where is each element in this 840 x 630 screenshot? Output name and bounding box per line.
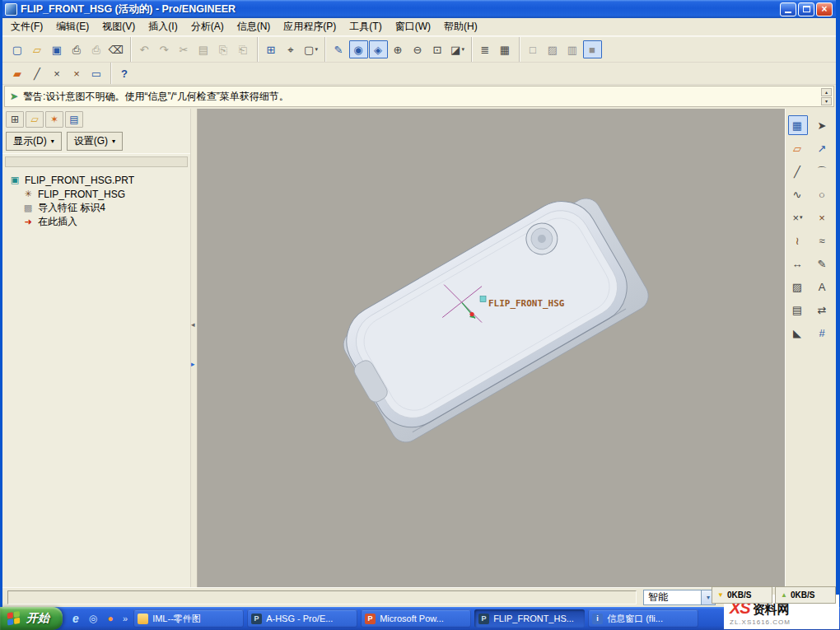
refit-icon[interactable]: ⊡ — [428, 40, 447, 58]
task-a-hsg[interactable]: P A-HSG - Pro/E... — [247, 609, 357, 628]
menu-help[interactable]: 帮助(H) — [437, 17, 484, 36]
quicklaunch-messenger-icon[interactable]: ◎ — [86, 612, 100, 625]
model-tree-tab-icon[interactable]: ⊞ — [6, 111, 24, 128]
quick-launch-overflow-icon[interactable]: » — [120, 614, 130, 623]
orient-sketch-icon[interactable]: ↗ — [813, 138, 833, 158]
menu-window[interactable]: 窗口(W) — [389, 17, 437, 36]
folder-browser-tab-icon[interactable]: ▱ — [26, 111, 44, 128]
task-info-window[interactable]: i 信息窗口 (fli... — [588, 609, 698, 628]
new-file-icon[interactable]: ▢ — [8, 40, 27, 58]
sketch-plane-icon[interactable]: ▰ — [8, 64, 27, 82]
mirror-tool-icon[interactable]: ⇄ — [813, 300, 833, 320]
cut-icon[interactable]: ✂ — [175, 40, 194, 58]
copy-icon[interactable]: ▤ — [194, 40, 213, 58]
regenerate-icon[interactable]: ⊞ — [262, 40, 281, 58]
save-icon[interactable]: ▣ — [48, 40, 67, 58]
view-manager-icon[interactable]: ▦ — [496, 40, 515, 58]
find-icon[interactable]: ⌖ — [282, 40, 301, 58]
hidden-line-display-icon[interactable]: ▨ — [544, 40, 562, 58]
net-monitor-download: ▼ 0KB/S — [712, 586, 772, 604]
quicklaunch-ie-icon[interactable]: e — [69, 612, 82, 625]
menu-analysis[interactable]: 分析(A) — [184, 17, 231, 36]
spline-tool-icon[interactable]: ∿ — [788, 184, 808, 204]
menu-info[interactable]: 信息(N) — [231, 17, 278, 36]
menu-insert[interactable]: 插入(I) — [142, 17, 184, 36]
icon-glyph: × — [73, 68, 80, 79]
zoom-out-icon[interactable]: ⊖ — [408, 40, 427, 58]
expand-panel-icon[interactable]: ▸ — [191, 361, 195, 368]
connections-tab-icon[interactable]: ▤ — [65, 111, 83, 128]
selection-filter-combo[interactable]: 智能 ▾ — [643, 590, 716, 605]
redo-icon[interactable]: ↷ — [155, 40, 174, 58]
select-filter-icon[interactable]: ▢▾ — [301, 40, 320, 58]
panel-splitter[interactable]: ◂ ▸ — [190, 109, 198, 587]
dropdown-caret: ▾ — [461, 46, 464, 53]
favorites-tab-icon[interactable]: ✶ — [45, 111, 63, 128]
layers-icon[interactable]: ≣ — [476, 40, 495, 58]
task-powerpoint[interactable]: P Microsoft Pow... — [361, 609, 471, 628]
perimeter-tool-icon[interactable]: ▭ — [87, 64, 106, 82]
task-flip-front-hsg[interactable]: P FLIP_FRONT_HS... — [474, 609, 585, 628]
grid-display-icon[interactable]: # — [813, 323, 833, 343]
title-bar[interactable]: FLIP_FRONT_HSG (活动的) - Pro/ENGINEER × — [2, 0, 836, 18]
menu-tools[interactable]: 工具(T) — [343, 17, 388, 36]
context-help-icon[interactable]: ? — [115, 64, 134, 82]
restore-button[interactable] — [798, 2, 814, 16]
trim-tool-icon[interactable]: ◣ — [788, 323, 808, 343]
select-prev-icon[interactable]: ➤ — [813, 115, 833, 135]
open-file-icon[interactable]: ▱ — [28, 40, 47, 58]
point-tool-icon[interactable]: × — [48, 64, 67, 82]
hatch-tool-icon[interactable]: ▨ — [788, 277, 808, 296]
undo-icon[interactable]: ↶ — [135, 40, 154, 58]
select-items-icon[interactable]: ▦ — [788, 115, 808, 135]
use-edge-tool-icon[interactable]: ≀ — [788, 231, 808, 250]
point-sketch-icon[interactable]: ×▾ — [788, 208, 808, 227]
tree-item-insert-here[interactable]: ➜ 在此插入 — [4, 215, 189, 229]
spin-center-icon[interactable]: ◉ — [349, 40, 368, 58]
print-icon[interactable]: ⎙ — [68, 40, 86, 58]
repaint-icon[interactable]: ✎ — [329, 40, 348, 58]
start-button[interactable]: 开始 — [0, 607, 63, 630]
dimension-tool-icon[interactable]: ↔ — [788, 254, 808, 273]
saved-views-icon[interactable]: ◪▾ — [448, 40, 467, 58]
point-tag-tool-icon[interactable]: × — [68, 64, 86, 82]
show-dropdown[interactable]: 显示(D) ▾ — [6, 132, 62, 151]
paste-icon[interactable]: ⎘ — [214, 40, 233, 58]
graphics-viewport[interactable]: FLIP_FRONT_HSG — [198, 109, 785, 587]
line-sketch-icon[interactable]: ╱ — [788, 161, 808, 181]
phone-housing-model[interactable] — [329, 182, 653, 449]
tree-item-csys[interactable]: ✳ FLIP_FRONT_HSG — [4, 187, 189, 201]
zoom-in-icon[interactable]: ⊕ — [389, 40, 408, 58]
line-tool-icon[interactable]: ╱ — [28, 64, 47, 82]
minimize-button[interactable] — [780, 2, 796, 16]
task-iml-folder[interactable]: IML--零件图 — [133, 609, 244, 628]
menu-file[interactable]: 文件(F) — [4, 17, 49, 36]
palette-tool-icon[interactable]: ▤ — [788, 300, 808, 320]
close-button[interactable]: × — [816, 2, 833, 16]
tree-item-import-feature[interactable]: ▩ 导入特征 标识4 — [4, 201, 189, 215]
collapse-panel-icon[interactable]: ◂ — [191, 321, 195, 329]
text-tool-icon[interactable]: A — [813, 277, 833, 296]
main-area: ⊞▱✶▤ 显示(D) ▾ 设置(G) ▾ ▣ — [2, 109, 836, 587]
offset-tool-icon[interactable]: ≈ — [813, 231, 833, 250]
scroll-up-icon[interactable]: ▴ — [821, 88, 832, 96]
modify-tool-icon[interactable]: ✎ — [813, 254, 833, 273]
menu-edit[interactable]: 编辑(E) — [49, 17, 96, 36]
menu-view[interactable]: 视图(V) — [96, 17, 142, 36]
orient-mode-icon[interactable]: ◈ — [369, 40, 388, 58]
paste-special-icon[interactable]: ⎗ — [234, 40, 253, 58]
print-preview-icon[interactable]: ⎙ — [87, 40, 106, 58]
shaded-display-icon[interactable]: ■ — [583, 40, 602, 58]
sketch-setup-icon[interactable]: ▱ — [788, 138, 808, 158]
settings-dropdown[interactable]: 设置(G) ▾ — [67, 132, 123, 151]
erase-display-icon[interactable]: ⌫ — [107, 40, 126, 58]
quicklaunch-firefox-icon[interactable]: ● — [104, 612, 117, 625]
wireframe-display-icon[interactable]: □ — [524, 40, 543, 58]
scroll-down-icon[interactable]: ▾ — [821, 97, 832, 105]
coordinate-tool-icon[interactable]: × — [813, 208, 833, 227]
arc-tool-icon[interactable]: ⌒ — [813, 161, 833, 181]
circle-tool-icon[interactable]: ○ — [813, 184, 833, 204]
no-hidden-display-icon[interactable]: ▥ — [563, 40, 582, 58]
menu-applications[interactable]: 应用程序(P) — [277, 17, 343, 36]
tree-item-part[interactable]: ▣ FLIP_FRONT_HSG.PRT — [4, 173, 189, 187]
